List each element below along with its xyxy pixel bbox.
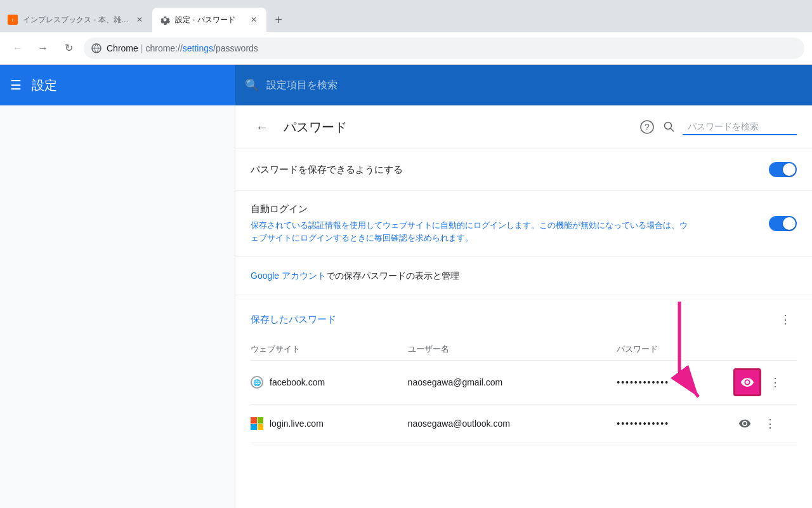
svg-line-4 [671, 128, 674, 131]
google-account-section: Google アカウントでの保存パスワードの表示と管理 [235, 257, 812, 295]
google-account-link[interactable]: Google アカウント [251, 271, 326, 281]
main-area: 🔍 ← パスワード ? [235, 65, 812, 508]
table-header-row: ウェブサイト ユーザー名 パスワード [251, 338, 797, 361]
facebook-password-cell: •••••••••••• [617, 361, 733, 404]
microsoft-username: naosegawa@outlook.com [408, 418, 510, 429]
col-password: パスワード [617, 338, 733, 361]
help-icon: ? [640, 120, 654, 134]
eye-icon [740, 375, 754, 389]
svg-point-3 [665, 123, 672, 130]
tab-impress-title: インプレスブックス - 本、雑誌と関連コ… [23, 15, 129, 25]
auto-login-section: 自動ログイン 保存されている認証情報を使用してウェブサイトに自動的にログインしま… [235, 190, 812, 257]
settings-body: ☰ 設定 🔍 ← パスワード [0, 65, 812, 508]
auto-login-row: 自動ログイン 保存されている認証情報を使用してウェブサイトに自動的にログインしま… [251, 203, 797, 244]
microsoft-more-button[interactable]: ⋮ [759, 412, 782, 435]
password-search-input[interactable] [683, 119, 797, 135]
tab-impress-close[interactable]: ✕ [134, 15, 145, 25]
microsoft-reveal-password-button[interactable] [733, 412, 756, 435]
microsoft-password-cell: •••••••••••• [617, 404, 733, 443]
col-username: ユーザー名 [408, 338, 617, 361]
password-back-button[interactable]: ← [251, 116, 273, 138]
help-button[interactable]: ? [636, 116, 658, 138]
microsoft-site-cell: login.live.com [251, 404, 408, 443]
password-content: ← パスワード ? [235, 105, 812, 508]
search-input[interactable] [266, 79, 802, 91]
settings-title-label: 設定 [32, 77, 57, 94]
facebook-favicon-icon: 🌐 [251, 376, 263, 389]
facebook-site-name: facebook.com [270, 377, 325, 387]
new-tab-button[interactable]: + [269, 10, 288, 29]
microsoft-favicon-icon [251, 417, 263, 430]
search-icon: 🔍 [245, 78, 259, 92]
auto-login-title: 自動ログイン [251, 203, 754, 215]
nav-bar: ← → ↻ Chrome | chrome://settings/passwor… [0, 32, 812, 65]
svg-text:?: ? [645, 122, 650, 132]
facebook-username-cell: naosegawa@gmail.com [408, 361, 617, 404]
passwords-header: 保存したパスワード ⋮ [251, 308, 797, 331]
eye-icon [738, 417, 751, 430]
menu-icon[interactable]: ☰ [10, 77, 22, 93]
auto-login-toggle[interactable] [769, 216, 797, 231]
passwords-more-button[interactable]: ⋮ [774, 308, 797, 331]
col-website: ウェブサイト [251, 338, 408, 361]
save-password-toggle[interactable] [769, 162, 797, 177]
saved-passwords-title: 保存したパスワード [251, 314, 336, 326]
facebook-username: naosegawa@gmail.com [408, 377, 503, 387]
tab-bar: i インプレスブックス - 本、雑誌と関連コ… ✕ 設定 - パスワード ✕ + [0, 0, 812, 32]
sidebar: ☰ 設定 [0, 65, 235, 508]
address-favicon-icon [91, 43, 102, 53]
facebook-site-cell: 🌐 facebook.com [251, 361, 408, 404]
tab-settings[interactable]: 設定 - パスワード ✕ [152, 8, 266, 32]
address-url: chrome://settings/passwords [145, 43, 258, 53]
tab-settings-title: 設定 - パスワード [175, 15, 244, 25]
address-separator: | [141, 43, 143, 53]
facebook-reveal-password-button[interactable] [733, 368, 761, 396]
table-row: login.live.com naosegawa@outlook.com •••… [251, 404, 797, 443]
search-bar: 🔍 [235, 65, 812, 105]
google-account-link-suffix: での保存パスワードの表示と管理 [326, 271, 459, 281]
header-actions: ? [636, 116, 797, 138]
table-row: 🌐 facebook.com naosegawa@gmail.com •••••… [251, 361, 797, 404]
password-table: ウェブサイト ユーザー名 パスワード 🌐 [251, 338, 797, 443]
microsoft-site-name: login.live.com [270, 418, 324, 429]
page-header: ← パスワード ? [235, 105, 812, 149]
back-button[interactable]: ← [8, 38, 28, 58]
microsoft-password-dots: •••••••••••• [617, 418, 669, 429]
microsoft-action-cell: ⋮ [733, 412, 787, 435]
tab-impress[interactable]: i インプレスブックス - 本、雑誌と関連コ… ✕ [0, 8, 152, 32]
browser-brand-label: Chrome [107, 43, 138, 53]
facebook-password-dots: •••••••••••• [617, 377, 669, 387]
save-password-label: パスワードを保存できるようにする [251, 164, 403, 176]
saved-passwords-section: 保存したパスワード ⋮ ウェブサイト ユーザー名 パスワード [235, 295, 812, 456]
forward-button[interactable]: → [33, 38, 53, 58]
facebook-more-button[interactable]: ⋮ [764, 371, 787, 394]
microsoft-actions-cell: ⋮ [733, 404, 797, 443]
facebook-actions-cell: ⋮ [733, 361, 797, 404]
save-password-section: パスワードを保存できるようにする [235, 149, 812, 190]
save-password-row: パスワードを保存できるようにする [251, 162, 797, 177]
auto-login-desc: 保存されている認証情報を使用してウェブサイトに自動的にログインします。この機能が… [251, 219, 695, 244]
password-page-title: パスワード [284, 119, 625, 136]
settings-favicon-icon [160, 15, 170, 25]
address-text: Chrome | chrome://settings/passwords [107, 43, 258, 53]
reload-button[interactable]: ↻ [58, 38, 79, 58]
settings-header-bar: ☰ 設定 [0, 65, 235, 105]
address-bar[interactable]: Chrome | chrome://settings/passwords [84, 37, 804, 59]
password-search-icon [664, 121, 675, 133]
tab-settings-close[interactable]: ✕ [249, 15, 259, 25]
facebook-action-cell: ⋮ [733, 368, 787, 396]
impress-favicon-icon: i [8, 15, 18, 25]
microsoft-username-cell: naosegawa@outlook.com [408, 404, 617, 443]
